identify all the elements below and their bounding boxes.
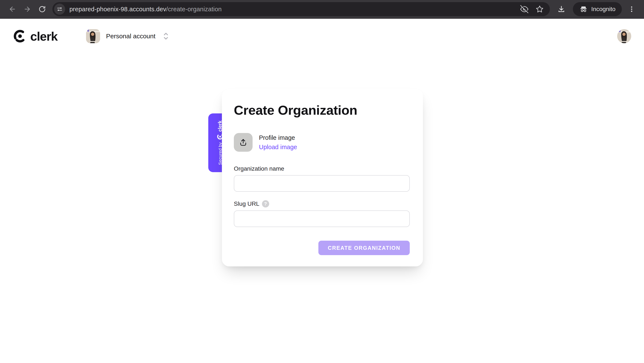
slug-url-label: Slug URL ? bbox=[234, 200, 410, 207]
organization-name-label: Organization name bbox=[234, 165, 410, 172]
account-switcher-label: Personal account bbox=[106, 32, 156, 40]
app-header: clerk Personal account bbox=[0, 19, 644, 48]
organization-name-input[interactable] bbox=[234, 175, 410, 192]
account-avatar bbox=[86, 29, 100, 43]
create-organization-card: Create Organization Profile image Upload… bbox=[222, 89, 423, 266]
incognito-label: Incognito bbox=[591, 6, 616, 12]
bookmark-star-icon[interactable] bbox=[535, 4, 544, 14]
help-icon[interactable]: ? bbox=[262, 200, 269, 207]
profile-image-row: Profile image Upload image bbox=[234, 133, 410, 152]
toolbar-right-cluster: Incognito bbox=[556, 2, 638, 16]
url-text[interactable]: prepared-phoenix-98.accounts.dev/create-… bbox=[70, 6, 222, 13]
slug-url-label-text: Slug URL bbox=[234, 200, 260, 207]
card-title: Create Organization bbox=[234, 103, 410, 118]
back-icon[interactable] bbox=[6, 3, 18, 15]
organization-name-label-text: Organization name bbox=[234, 165, 284, 172]
profile-image-upload-tile[interactable] bbox=[234, 133, 252, 152]
eye-off-icon[interactable] bbox=[520, 4, 529, 14]
site-controls-icon[interactable] bbox=[54, 3, 65, 15]
account-switcher[interactable]: Personal account bbox=[86, 29, 169, 43]
chevron-up-down-icon bbox=[163, 32, 169, 40]
slug-url-input[interactable] bbox=[234, 210, 410, 227]
url-domain: prepared-phoenix-98.accounts.dev bbox=[70, 6, 166, 12]
page-body: clerk Personal account bbox=[0, 19, 644, 363]
clerk-logo-icon bbox=[13, 29, 27, 43]
clerk-wordmark: clerk bbox=[30, 29, 58, 43]
three-dot-menu-icon[interactable] bbox=[626, 3, 638, 15]
url-path: /create-organization bbox=[166, 6, 222, 12]
browser-toolbar: prepared-phoenix-98.accounts.dev/create-… bbox=[0, 0, 644, 19]
profile-image-label: Profile image bbox=[259, 134, 297, 141]
clerk-brand: clerk bbox=[13, 29, 58, 43]
profile-image-text-col: Profile image Upload image bbox=[259, 134, 297, 151]
reload-icon[interactable] bbox=[36, 3, 48, 15]
url-bar[interactable]: prepared-phoenix-98.accounts.dev/create-… bbox=[52, 2, 550, 16]
incognito-badge[interactable]: Incognito bbox=[573, 2, 622, 16]
user-avatar[interactable] bbox=[617, 29, 631, 43]
upload-image-link[interactable]: Upload image bbox=[259, 144, 297, 151]
card-actions-row: CREATE ORGANIZATION bbox=[234, 241, 410, 255]
create-organization-button[interactable]: CREATE ORGANIZATION bbox=[318, 241, 410, 255]
download-icon[interactable] bbox=[556, 3, 567, 15]
forward-icon[interactable] bbox=[21, 3, 33, 15]
upload-icon bbox=[238, 138, 248, 147]
